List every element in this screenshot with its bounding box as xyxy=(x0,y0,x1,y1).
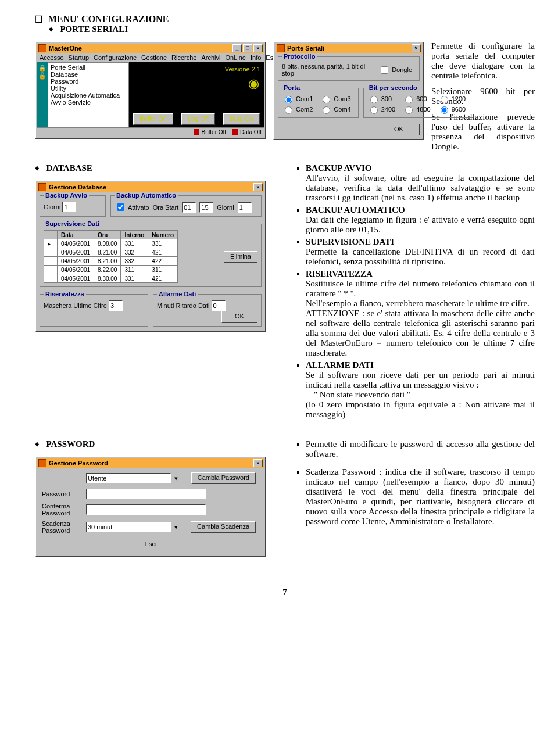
data-on-button[interactable]: Data On xyxy=(223,113,260,125)
legend: Backup Avvio xyxy=(44,192,89,199)
submenu-item[interactable]: Avvio Servizio xyxy=(51,99,126,106)
chevron-down-icon[interactable]: ▾ xyxy=(174,475,178,482)
chevron-down-icon[interactable]: ▾ xyxy=(174,524,178,531)
titlebar: MasterOne _ □ × xyxy=(37,44,264,53)
menu-item[interactable]: Gestione xyxy=(141,54,167,61)
submenu-item[interactable]: Password xyxy=(51,78,126,85)
scadenza-select[interactable]: 30 minuti xyxy=(86,522,171,532)
menubar[interactable]: Accesso Startup Configurazione Gestione … xyxy=(37,53,264,62)
supervisione-group: Supervisione Dati Data Ora Interno Numer… xyxy=(40,224,262,287)
minimize-icon[interactable]: _ xyxy=(233,44,242,52)
db-i2-title: BACKUP AUTOMATICO xyxy=(306,205,405,214)
db-i4-text2: Nell'esempio a fianco, verrebbero masche… xyxy=(306,299,530,308)
cambia-password-button[interactable]: Cambia Password xyxy=(191,472,256,484)
ritardo-input[interactable]: 0 xyxy=(212,300,226,311)
buffer-on-button[interactable]: Buffer On xyxy=(133,113,173,125)
legend: Backup Automatico xyxy=(115,192,178,199)
radio-1200[interactable]: 1200 xyxy=(438,94,469,103)
giorni-input[interactable]: 1 xyxy=(238,202,252,213)
submenu-item[interactable]: Porte Seriali xyxy=(51,64,126,71)
h2-database-text: DATABASE xyxy=(46,163,92,173)
app-icon xyxy=(38,44,46,52)
radio-600[interactable]: 600 xyxy=(402,94,434,103)
ora-h-input[interactable]: 01 xyxy=(182,202,196,213)
config-submenu[interactable]: Porte Seriali Database Password Utility … xyxy=(48,62,129,127)
maschera-input[interactable]: 3 xyxy=(109,300,123,311)
db-i3-title: SUPERVISIONE DATI xyxy=(306,237,394,246)
table-row[interactable]: 04/05/20018.21.00332421 xyxy=(44,248,178,257)
table-row[interactable]: ▸04/05/20018.08.00331331 xyxy=(44,239,178,248)
menu-item[interactable]: Startup xyxy=(69,54,89,61)
giorni-label: Giorni xyxy=(217,204,234,211)
heading-menu: ❑ MENU' CONFIGURAZIONE xyxy=(35,14,535,24)
h2-password-text: PASSWORD xyxy=(46,439,95,449)
cambia-scadenza-button[interactable]: Cambia Scadenza xyxy=(191,521,256,533)
table-row[interactable]: 04/05/20018.30.00331421 xyxy=(44,274,178,283)
page-number: 7 xyxy=(35,587,535,597)
elimina-button[interactable]: Elimina xyxy=(224,251,257,263)
ora-m-input[interactable]: 15 xyxy=(199,202,213,213)
utente-select[interactable]: Utente xyxy=(86,473,171,483)
db-i2-text: Dai dati che leggiamo in figura : e' att… xyxy=(306,215,535,234)
radio-com3[interactable]: Com3 xyxy=(320,94,354,103)
app-icon xyxy=(38,183,46,191)
app-icon xyxy=(38,459,46,467)
close-icon[interactable]: × xyxy=(412,44,421,52)
radio-com2[interactable]: Com2 xyxy=(282,105,316,114)
porte-p1: Permette di configurare la porta seriale… xyxy=(431,41,535,81)
radio-com1[interactable]: Com1 xyxy=(282,94,316,103)
radio-300[interactable]: 300 xyxy=(367,94,399,103)
dongle-label: Dongle xyxy=(392,66,412,73)
menu-item[interactable]: OnLine xyxy=(226,54,246,61)
db-i5-title: ALLARME DATI xyxy=(306,360,374,370)
backup-auto-group: Backup Automatico Attivato Ora Start 01 … xyxy=(110,195,262,217)
close-icon[interactable]: × xyxy=(253,44,263,52)
menu-item[interactable]: Archivi xyxy=(201,54,220,61)
submenu-item[interactable]: Utility xyxy=(51,85,126,92)
password-input[interactable] xyxy=(86,489,206,499)
ok-button[interactable]: OK xyxy=(221,311,257,323)
masterone-window: MasterOne _ □ × Accesso Startup Configur… xyxy=(35,41,266,139)
log-off-button[interactable]: Log Off xyxy=(181,113,215,125)
allarme-group: Allarme Dati Minuti Ritardo Dati 0 OK xyxy=(153,294,262,327)
legend: Bit per secondo xyxy=(367,84,419,91)
table-row[interactable]: 04/05/20018.21.00332422 xyxy=(44,257,178,266)
diamond-icon: ♦ xyxy=(35,439,40,449)
submenu-item[interactable]: Acquisizione Automatica xyxy=(51,92,126,99)
giorni-input[interactable]: 1 xyxy=(62,202,76,212)
esci-button[interactable]: Esci xyxy=(124,539,177,550)
status-circle-icon: ◉ xyxy=(248,76,259,91)
legend: Riservatezza xyxy=(44,291,86,298)
radio-9600[interactable]: 9600 xyxy=(438,105,469,114)
conferma-input[interactable] xyxy=(86,504,206,515)
close-icon[interactable]: × xyxy=(253,459,263,467)
menu-item[interactable]: Ricerche xyxy=(171,54,196,61)
col-data: Data xyxy=(58,231,94,239)
pwwin-title: Gestione Password xyxy=(49,460,108,467)
table-row[interactable]: 04/05/20018.22.00311311 xyxy=(44,266,178,274)
col-numero: Numero xyxy=(148,231,178,239)
porte-title: Porte Seriali xyxy=(287,45,324,52)
menu-item[interactable]: Accesso xyxy=(40,54,64,61)
menu-item[interactable]: Info xyxy=(251,54,261,61)
heading-porte: ♦ PORTE SERIALI xyxy=(49,24,535,34)
titlebar: Gestione Password × xyxy=(37,458,264,468)
maximize-icon[interactable]: □ xyxy=(243,44,252,52)
db-i4-text3: ATTENZIONE : se e' stata attivata la mas… xyxy=(306,309,535,357)
attivato-checkbox[interactable] xyxy=(117,203,124,211)
col-interno: Interno xyxy=(121,231,148,239)
radio-com4[interactable]: Com4 xyxy=(320,105,354,114)
close-icon[interactable]: × xyxy=(253,183,263,191)
h1-text: MENU' CONFIGURAZIONE xyxy=(48,14,169,24)
statusbar: Buffer Off Data Off xyxy=(37,127,264,137)
h2-porte-text: PORTE SERIALI xyxy=(60,24,128,34)
radio-4800[interactable]: 4800 xyxy=(402,105,434,114)
protocollo-text: 8 bits, nessuna parità, 1 bit di stop xyxy=(282,63,375,77)
submenu-item[interactable]: Database xyxy=(51,71,126,78)
ok-button[interactable]: OK xyxy=(378,124,420,135)
menu-item[interactable]: Configurazione xyxy=(94,54,137,61)
radio-2400[interactable]: 2400 xyxy=(367,105,399,114)
supervisione-table[interactable]: Data Ora Interno Numero ▸04/05/20018.08.… xyxy=(44,230,178,283)
dongle-checkbox[interactable] xyxy=(381,66,388,74)
dbwin-title: Gestione Database xyxy=(49,184,106,191)
